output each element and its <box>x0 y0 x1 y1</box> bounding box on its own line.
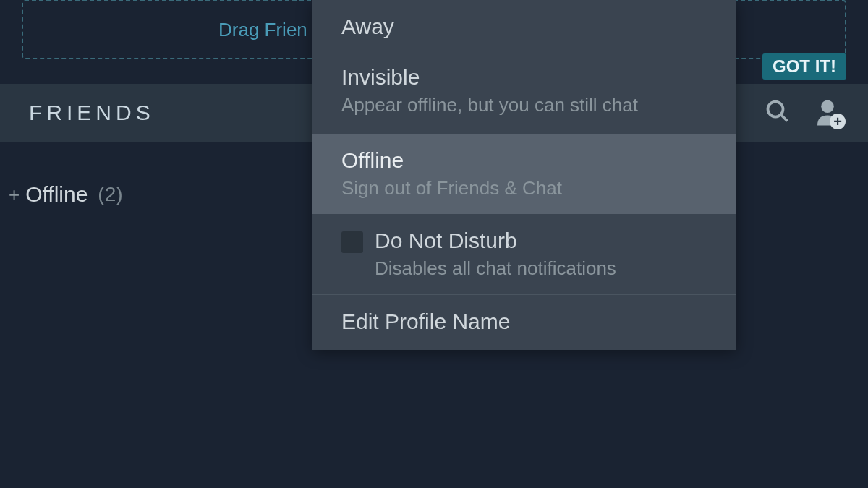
dnd-title: Do Not Disturb <box>375 228 616 253</box>
svg-line-1 <box>781 115 788 121</box>
status-option-away[interactable]: Away <box>312 0 736 53</box>
friends-title: FRIENDS <box>29 100 155 125</box>
svg-point-2 <box>821 100 834 114</box>
dnd-checkbox[interactable] <box>341 231 363 253</box>
offline-menu-subtitle: Sign out of Friends & Chat <box>341 177 707 200</box>
invisible-subtitle: Appear offline, but you can still chat <box>341 94 707 116</box>
got-it-label: GOT IT! <box>773 56 836 76</box>
offline-section-header[interactable]: + Offline (2) <box>9 182 123 207</box>
status-option-offline[interactable]: Offline Sign out of Friends & Chat <box>312 134 736 214</box>
dnd-subtitle: Disables all chat notifications <box>375 257 616 280</box>
do-not-disturb-option[interactable]: Do Not Disturb Disables all chat notific… <box>312 214 736 295</box>
expand-icon: + <box>9 184 20 206</box>
invisible-title: Invisible <box>341 65 707 90</box>
add-friend-icon[interactable]: + <box>812 98 843 128</box>
offline-count: (2) <box>98 183 122 206</box>
drop-zone-text: Drag Frien <box>218 19 307 41</box>
header-icons: + <box>765 98 843 128</box>
status-option-invisible[interactable]: Invisible Appear offline, but you can st… <box>312 53 736 134</box>
got-it-button[interactable]: GOT IT! <box>762 53 846 80</box>
dnd-text-container: Do Not Disturb Disables all chat notific… <box>375 228 616 280</box>
offline-label: Offline <box>25 182 88 207</box>
search-icon[interactable] <box>765 98 791 127</box>
svg-point-0 <box>768 102 783 117</box>
away-title: Away <box>341 14 707 39</box>
edit-profile-name-option[interactable]: Edit Profile Name <box>312 295 736 350</box>
status-dropdown-menu: Away Invisible Appear offline, but you c… <box>312 0 736 350</box>
edit-profile-title: Edit Profile Name <box>341 309 707 334</box>
offline-menu-title: Offline <box>341 148 707 173</box>
plus-badge-icon: + <box>830 114 846 129</box>
